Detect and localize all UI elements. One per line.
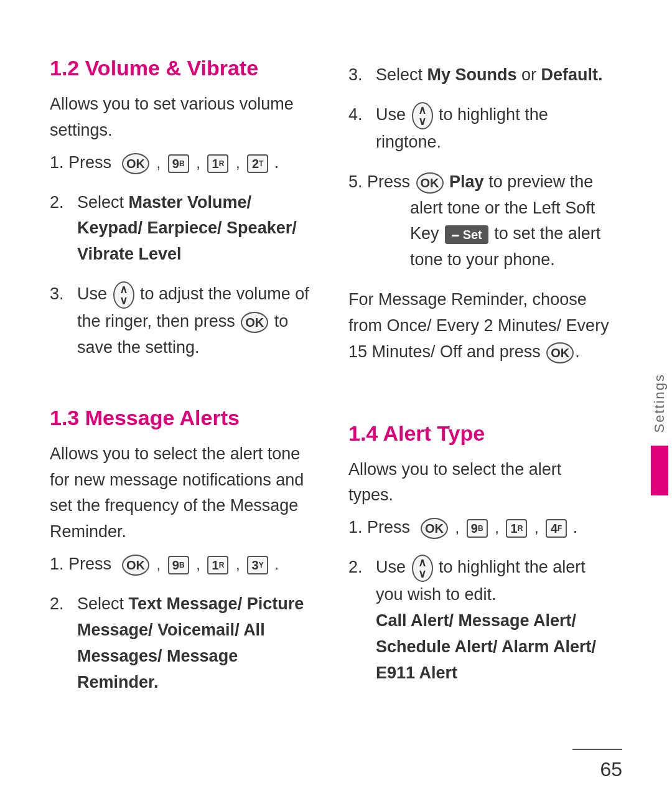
set-key: ‒ Set xyxy=(445,225,488,244)
right-step-content-4: Use ∧∨ to highlight the ringtone. xyxy=(376,102,610,156)
msg-step-1: 1. Press OK , 9B , 1R , 3Y . xyxy=(50,551,311,578)
alert-step-num-1: 1. Press xyxy=(348,515,410,541)
msg-alerts-desc: Allows you to select the alert tone for … xyxy=(50,441,311,545)
step-content: OK , 9B , 1R , 2T . xyxy=(111,150,311,176)
right-column: 3. Select My Sounds or Default. 4. Use ∧… xyxy=(348,50,610,769)
section-msg-alerts: 1.3 Message Alerts Allows you to select … xyxy=(50,400,311,710)
ok-key: OK xyxy=(122,153,149,174)
alert-type-desc: Allows you to select the alert types. xyxy=(348,457,610,509)
sidebar-tab: Settings xyxy=(647,0,672,806)
alert-type-title: 1.4 Alert Type xyxy=(348,421,610,446)
ok-key-alert: OK xyxy=(421,518,448,539)
vol-vibrate-title: 1.2 Volume & Vibrate xyxy=(50,56,311,80)
page-container: 1.2 Volume & Vibrate Allows you to set v… xyxy=(0,0,672,806)
right-step-4: 4. Use ∧∨ to highlight the ringtone. xyxy=(348,102,610,156)
section-alert-type: 1.4 Alert Type Allows you to select the … xyxy=(348,415,610,700)
right-step-3: 3. Select My Sounds or Default. xyxy=(348,62,610,88)
alert-step-content-1: OK , 9B , 1R , 4F . xyxy=(410,515,610,541)
settings-tab-bar xyxy=(651,446,668,495)
step-num: 1. Press xyxy=(50,150,111,176)
vol-step-3: 3. Use ∧∨ to adjust the volume of the ri… xyxy=(50,281,311,361)
vol-step-1: 1. Press OK , 9B , 1R , 2T . xyxy=(50,150,311,176)
ok-key-reminder: OK xyxy=(546,342,574,363)
msg-alerts-title: 1.3 Message Alerts xyxy=(50,406,311,430)
nav-key: ∧∨ xyxy=(113,281,134,309)
key-1: 1R xyxy=(207,154,228,173)
msg-step-content-2: Select Text Message/ Picture Message/ Vo… xyxy=(77,591,311,695)
alert-step-2: 2. Use ∧∨ to highlight the alert you wis… xyxy=(348,555,610,686)
key-2: 2T xyxy=(247,154,268,173)
reminder-text: For Message Reminder, choose from Once/ … xyxy=(348,287,610,365)
alert-step-content-2: Use ∧∨ to highlight the alert you wish t… xyxy=(376,555,610,686)
msg-step-2: 2. Select Text Message/ Picture Message/… xyxy=(50,591,311,695)
vol-vibrate-desc: Allows you to set various volume setting… xyxy=(50,91,311,144)
settings-label: Settings xyxy=(651,373,668,433)
nav-key-alert: ∧∨ xyxy=(412,555,433,582)
right-step-num-4: 4. xyxy=(348,102,376,128)
msg-step-num-1: 1. Press xyxy=(50,551,111,578)
page-number: 65 xyxy=(600,758,622,781)
section-vol-vibrate: 1.2 Volume & Vibrate Allows you to set v… xyxy=(50,50,311,375)
left-column: 1.2 Volume & Vibrate Allows you to set v… xyxy=(50,50,311,769)
key-1-msg: 1R xyxy=(207,556,228,574)
alert-step-1: 1. Press OK , 9B , 1R , 4F . xyxy=(348,515,610,541)
key-3-msg: 3Y xyxy=(247,556,268,574)
divider-line xyxy=(572,749,622,750)
key-1-alert: 1R xyxy=(506,519,527,538)
right-step-content-5: OK Play to preview the alert tone or the… xyxy=(410,169,610,273)
right-step-num-5: 5. Press xyxy=(348,169,410,195)
right-steps-top: 3. Select My Sounds or Default. 4. Use ∧… xyxy=(348,50,610,372)
right-step-5: 5. Press OK Play to preview the alert to… xyxy=(348,169,610,273)
key-4-alert: 4F xyxy=(546,519,567,538)
step-num-3: 3. xyxy=(50,281,77,307)
msg-step-num-2: 2. xyxy=(50,591,77,617)
main-content: 1.2 Volume & Vibrate Allows you to set v… xyxy=(0,0,647,806)
nav-key-4: ∧∨ xyxy=(412,102,433,129)
step-content-2: Select Master Volume/ Keypad/ Earpiece/ … xyxy=(77,190,311,268)
ok-key-5: OK xyxy=(416,172,444,194)
ok-key-2: OK xyxy=(241,312,268,333)
step-content-3: Use ∧∨ to adjust the volume of the ringe… xyxy=(77,281,311,361)
key-9-alert: 9B xyxy=(467,519,488,538)
key-9: 9B xyxy=(168,154,189,173)
ok-key-msg: OK xyxy=(122,555,149,576)
alert-step-num-2: 2. xyxy=(348,555,376,581)
right-step-num-3: 3. xyxy=(348,62,376,88)
vol-step-2: 2. Select Master Volume/ Keypad/ Earpiec… xyxy=(50,190,311,268)
msg-step-content-1: OK , 9B , 1R , 3Y . xyxy=(111,551,311,578)
right-step-content-3: Select My Sounds or Default. xyxy=(376,62,610,88)
key-9-msg: 9B xyxy=(168,556,189,574)
step-num-2: 2. xyxy=(50,190,77,216)
